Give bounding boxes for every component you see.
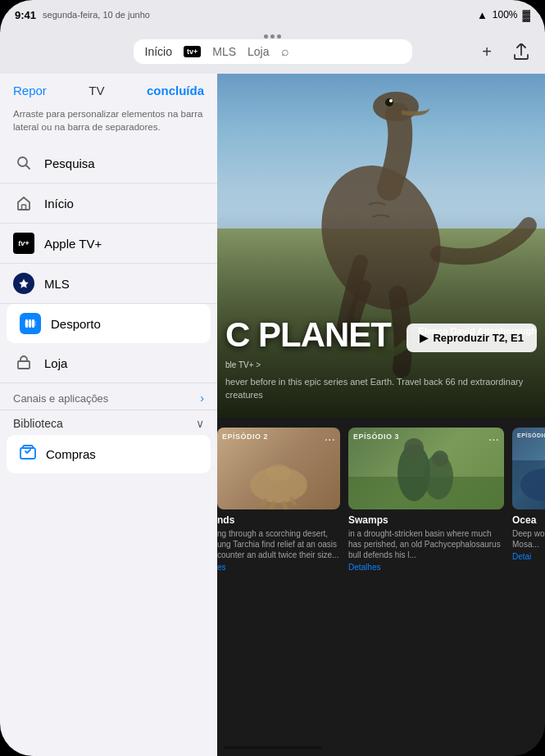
episodes-section: EPÍSÓDIO 2 ··· nds ng through a scorchin… [217, 418, 545, 582]
mls-icon [13, 273, 34, 294]
svg-point-13 [404, 438, 424, 458]
sidebar-canais-title: Canais e aplicações [13, 392, 108, 405]
svg-rect-24 [32, 319, 34, 328]
sidebar-item-label-appletv: Apple TV+ [44, 237, 204, 251]
nav-actions: + [475, 39, 534, 64]
sidebar-hint: Arraste para personalizar elementos na b… [0, 104, 217, 143]
sidebar-item-label-inicio: Início [44, 197, 204, 211]
episode-title-2: Swamps [348, 514, 504, 526]
nav-item-mls[interactable]: MLS [212, 45, 236, 58]
svg-point-2 [385, 98, 393, 106]
nav-item-inicio[interactable]: Início [145, 45, 172, 58]
status-date: segunda-feira, 10 de junho [43, 10, 150, 20]
home-indicator [224, 746, 322, 749]
sidebar-item-loja[interactable]: Loja [0, 343, 217, 383]
svg-line-7 [283, 501, 287, 509]
nav-item-appletv[interactable]: tv+ [184, 46, 201, 57]
episode-details-3[interactable]: Detai [512, 552, 545, 561]
sidebar-canais-chevron: › [200, 392, 204, 405]
purchases-icon [20, 444, 36, 464]
svg-line-9 [262, 499, 266, 507]
episode-details-1[interactable]: es [217, 563, 340, 572]
main-content: C PLANET ble TV+ > hever before in this … [217, 74, 545, 756]
appletv-icon: tv+ [13, 233, 34, 254]
episode-card-1[interactable]: EPÍSÓDIO 2 ··· nds ng through a scorchin… [217, 428, 340, 572]
sidebar-item-label-mls: MLS [44, 277, 204, 291]
episode-card-2[interactable]: EPÍSÓDIO 3 ··· Swamps in a drought-stric… [348, 428, 504, 572]
play-button[interactable]: ▶ Reproduzir T2, E1 [406, 324, 537, 352]
svg-point-5 [266, 464, 291, 481]
episode-desc-1: ng through a scorching desert, ung Tarch… [217, 528, 340, 560]
svg-marker-20 [19, 278, 29, 288]
play-button-label: Reproduzir T2, E1 [433, 332, 524, 344]
add-tab-button[interactable]: + [475, 39, 499, 64]
sidebar-item-desporto[interactable]: Desporto [7, 304, 211, 343]
episode-title-1: nds [217, 514, 340, 526]
svg-point-1 [373, 92, 419, 121]
hero-subtitle-text: ble TV+ > [225, 360, 261, 369]
episode-thumb-1: EPÍSÓDIO 2 ··· [217, 428, 340, 509]
sidebar-biblioteca-chevron: ∨ [196, 417, 204, 430]
search-icon [13, 152, 34, 174]
sidebar-list: Pesquisa Início tv+ Apple TV+ MLS [0, 143, 217, 756]
sidebar-item-pesquisa[interactable]: Pesquisa [0, 143, 217, 183]
home-icon [13, 192, 34, 214]
svg-point-14 [432, 450, 448, 467]
svg-rect-25 [18, 361, 30, 369]
svg-rect-22 [25, 319, 28, 328]
sidebar-title: TV [89, 84, 104, 97]
episode-desc-3: Deep world Mosa... [512, 528, 545, 550]
nav-item-loja[interactable]: Loja [248, 45, 269, 58]
nav-bar: Início tv+ MLS Loja ⌕ + [0, 29, 545, 74]
episode-title-3: Ocea [512, 514, 545, 526]
ep3-illustration [512, 428, 545, 509]
sidebar-item-inicio[interactable]: Início [0, 183, 217, 224]
ep2-illustration [348, 428, 504, 509]
sidebar-item-label-compras: Compras [46, 447, 96, 461]
svg-line-6 [270, 501, 275, 509]
ep1-illustration [217, 428, 340, 509]
battery-icon: ▓ [523, 9, 530, 21]
episode-desc-2: in a drought-stricken basin where much h… [348, 528, 504, 560]
hero-title: C PLANET [225, 318, 391, 352]
sidebar-item-appletv[interactable]: tv+ Apple TV+ [0, 224, 217, 264]
svg-point-3 [389, 99, 393, 102]
battery-indicator: 100% [493, 9, 518, 20]
nav-dots [0, 29, 545, 38]
episode-card-3[interactable]: EPÍSÓDIO 4 Ocea Deep world Mosa... Detai [512, 428, 545, 572]
sidebar-item-label-pesquisa: Pesquisa [44, 156, 204, 170]
episode-details-2[interactable]: Detalhes [348, 563, 504, 572]
sidebar-reset-button[interactable]: Repor [13, 84, 47, 97]
episode-thumb-3: EPÍSÓDIO 4 [512, 428, 545, 509]
sidebar-item-label-loja: Loja [44, 356, 204, 370]
wifi-icon: ▲ [477, 9, 488, 21]
sport-icon [20, 313, 41, 334]
svg-line-18 [26, 165, 30, 170]
episode-thumb-2: EPÍSÓDIO 3 ··· [348, 428, 504, 509]
share-button[interactable] [509, 39, 534, 64]
sidebar-biblioteca-header[interactable]: Biblioteca ∨ [0, 410, 217, 435]
status-bar: 9:41 segunda-feira, 10 de junho ▲ 100% ▓ [0, 0, 545, 29]
sidebar-item-label-desporto: Desporto [51, 317, 198, 331]
sidebar-biblioteca-title: Biblioteca [13, 417, 63, 430]
status-right: ▲ 100% ▓ [477, 9, 530, 21]
sidebar: Repor TV concluída Arraste para personal… [0, 74, 217, 756]
search-icon[interactable]: ⌕ [281, 44, 289, 59]
hero-subtitle: ble TV+ > [225, 359, 261, 370]
nav-center: Início tv+ MLS Loja ⌕ [134, 39, 412, 64]
sidebar-canais-header[interactable]: Canais e aplicações › [0, 383, 217, 410]
episodes-grid: EPÍSÓDIO 2 ··· nds ng through a scorchin… [217, 428, 545, 572]
hero-description: hever before in this epic series anet Ea… [225, 376, 537, 401]
sidebar-item-compras[interactable]: Compras [7, 435, 211, 473]
hero-section: C PLANET ble TV+ > hever before in this … [217, 74, 545, 418]
svg-rect-23 [29, 319, 31, 328]
play-icon: ▶ [420, 332, 428, 344]
sidebar-item-mls[interactable]: MLS [0, 264, 217, 304]
sidebar-done-button[interactable]: concluída [147, 84, 204, 97]
store-icon [13, 352, 34, 373]
sidebar-header: Repor TV concluída [0, 74, 217, 104]
svg-rect-26 [20, 448, 35, 459]
status-time: 9:41 [15, 9, 36, 21]
